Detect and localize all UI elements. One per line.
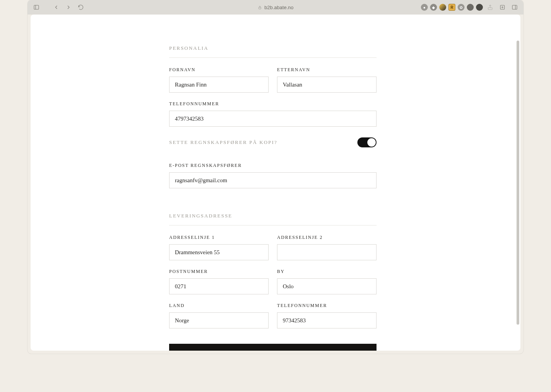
svg-rect-2 <box>259 7 261 9</box>
city-input[interactable] <box>277 278 377 294</box>
label-country: LAND <box>169 303 269 309</box>
phone-input[interactable] <box>169 111 377 127</box>
first-name-input[interactable] <box>169 77 269 93</box>
cc-accountant-toggle[interactable] <box>357 137 377 147</box>
address-line-1-input[interactable] <box>169 244 269 260</box>
sidebar-toggle-icon[interactable] <box>31 2 41 12</box>
page-viewport: PERSONALIA FORNAVN ETTERNAVN TELEFONNUMM… <box>31 15 520 351</box>
lock-icon <box>258 5 262 10</box>
tabs-overview-button[interactable] <box>510 2 520 12</box>
svg-rect-0 <box>34 5 39 10</box>
new-tab-button[interactable] <box>497 2 507 12</box>
divider <box>169 57 377 58</box>
toolbar-right: ● ◆ R ✿ <box>421 2 520 12</box>
toggle-knob <box>367 138 376 147</box>
extension-icon[interactable]: R <box>448 4 455 11</box>
svg-rect-7 <box>512 5 517 10</box>
scrollbar[interactable] <box>517 18 519 348</box>
reload-button[interactable] <box>76 2 86 12</box>
extension-icon[interactable]: ◆ <box>430 4 437 11</box>
label-postcode: POSTNUMMER <box>169 269 269 274</box>
extension-icon[interactable] <box>439 4 446 11</box>
label-cc-accountant: SETTE REGNSKAPSFØRER PÅ KOPI? <box>169 139 277 145</box>
save-button[interactable]: LAGRE ENDRINGER <box>169 344 377 351</box>
share-button[interactable] <box>485 2 495 12</box>
browser-toolbar: b2b.abate.no ● ◆ R ✿ <box>28 0 523 15</box>
extension-icon[interactable] <box>476 4 483 11</box>
address-line-2-input[interactable] <box>277 244 377 260</box>
label-accountant-email: E-POST REGNSKAPSFØRER <box>169 163 377 168</box>
accountant-email-input[interactable] <box>169 172 377 188</box>
extension-icon[interactable] <box>467 4 474 11</box>
back-button[interactable] <box>51 2 61 12</box>
address-bar[interactable]: b2b.abate.no <box>258 5 293 10</box>
scrollbar-thumb[interactable] <box>517 41 519 324</box>
section-title-personalia: PERSONALIA <box>169 45 377 51</box>
last-name-input[interactable] <box>277 77 377 93</box>
label-addr2: ADRESSELINJE 2 <box>277 235 377 240</box>
url-host: b2b.abate.no <box>264 5 293 10</box>
label-delivery-phone: TELEFONNUMMER <box>277 303 377 309</box>
label-addr1: ADRESSELINJE 1 <box>169 235 269 240</box>
extension-icon[interactable]: ✿ <box>458 4 465 11</box>
label-phone: TELEFONNUMMER <box>169 101 377 107</box>
country-input[interactable] <box>169 312 269 328</box>
label-last-name: ETTERNAVN <box>277 67 377 73</box>
label-city: BY <box>277 269 377 274</box>
forward-button[interactable] <box>64 2 73 12</box>
extension-icon[interactable]: ● <box>421 4 428 11</box>
delivery-phone-input[interactable] <box>277 312 377 328</box>
label-first-name: FORNAVN <box>169 67 269 73</box>
section-title-delivery: LEVERINGSADRESSE <box>169 213 377 219</box>
browser-window: b2b.abate.no ● ◆ R ✿ PERSONALI <box>28 0 523 354</box>
postcode-input[interactable] <box>169 278 269 294</box>
divider <box>169 225 377 225</box>
